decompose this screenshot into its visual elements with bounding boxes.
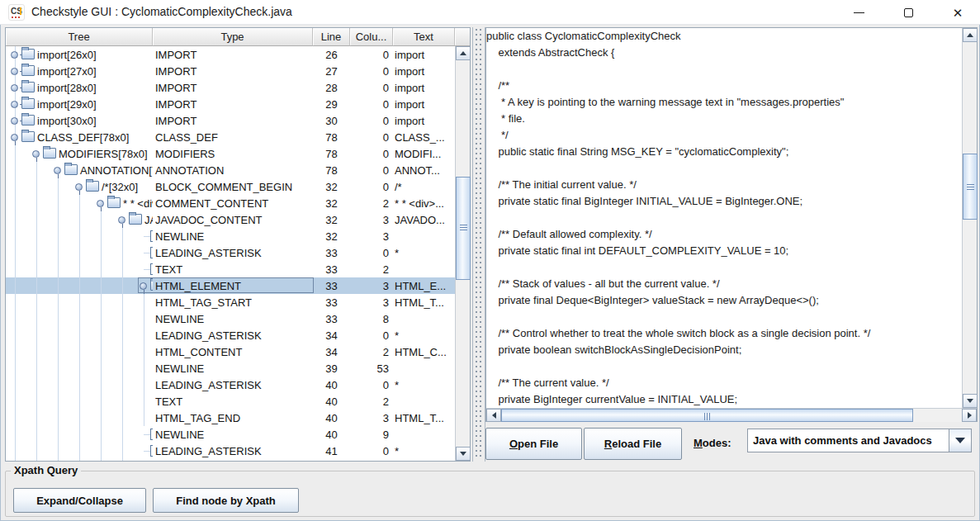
parse-mode-combobox[interactable]: Java with comments and Javadocs xyxy=(747,429,972,452)
code-viewer[interactable]: public class CyclomaticComplexityCheck e… xyxy=(486,28,962,408)
code-horizontal-scrollbar[interactable] xyxy=(486,408,977,422)
open-file-button[interactable]: Open File xyxy=(485,428,582,460)
text-cell: ANNOT... xyxy=(393,162,455,178)
tree-expand-handle[interactable] xyxy=(32,150,40,158)
table-row[interactable]: LEADING_ASTERISK400* xyxy=(6,377,455,393)
tree-guide-line xyxy=(58,343,59,360)
column-header-type[interactable]: Type xyxy=(153,28,313,46)
arrow-left-icon xyxy=(492,412,496,419)
table-row[interactable]: HTML_TAG_END403HTML_T... xyxy=(6,410,455,426)
split-pane-divider[interactable] xyxy=(472,27,485,462)
tree-expand-handle[interactable] xyxy=(11,84,18,92)
code-line xyxy=(486,259,962,276)
table-row[interactable]: LEADING_ASTERISK330* xyxy=(6,244,455,261)
table-row[interactable]: ANNOTATION[78x0]ANNOTATION780ANNOT... xyxy=(6,162,455,178)
tree-cell xyxy=(6,294,153,310)
column-header-line[interactable]: Line xyxy=(313,28,350,46)
tree-expand-handle[interactable] xyxy=(11,134,18,141)
tree-cell xyxy=(6,377,153,393)
leaf-node-icon xyxy=(150,429,153,440)
code-vertical-scrollbar[interactable] xyxy=(962,28,977,408)
table-row[interactable]: import[30x0]IMPORT300import xyxy=(6,112,455,129)
tree-guide-line xyxy=(79,244,80,261)
code-line: /** The initial current value. */ xyxy=(486,177,962,193)
tree-expand-handle[interactable] xyxy=(97,200,104,207)
column-header-column[interactable]: Colu... xyxy=(350,28,393,46)
tree-expand-handle[interactable] xyxy=(11,68,18,75)
code-scrollbar-thumb[interactable] xyxy=(963,154,978,220)
minimize-button[interactable] xyxy=(840,0,878,25)
line-cell: 27 xyxy=(313,63,350,79)
table-row[interactable]: TEXT402 xyxy=(6,393,455,410)
table-row[interactable]: * * <div>...COMMENT_CONTENT322* * <div>.… xyxy=(6,195,455,211)
table-row[interactable]: MODIFIERS[78x0]MODIFIERS780MODIFI... xyxy=(6,145,455,162)
code-line: private static final int DEFAULT_COMPLEX… xyxy=(486,243,962,259)
tree-guide-line xyxy=(122,277,123,294)
tree-scroll-up-button[interactable] xyxy=(456,46,471,60)
tree-expand-handle[interactable] xyxy=(75,183,83,191)
text-cell: import xyxy=(393,46,455,63)
find-node-by-xpath-button[interactable]: Find node by Xpath xyxy=(153,488,299,513)
table-row[interactable]: import[27x0]IMPORT270import xyxy=(6,63,455,79)
code-scroll-down-button[interactable] xyxy=(963,394,978,408)
tree-cell: MODIFIERS[78x0] xyxy=(6,145,153,162)
tree-guide-line xyxy=(122,244,123,261)
column-header-text[interactable]: Text xyxy=(393,28,455,46)
tree-guide-line xyxy=(79,459,80,461)
tree-vertical-scrollbar[interactable] xyxy=(455,46,470,461)
table-row[interactable]: import[28x0]IMPORT280import xyxy=(6,79,455,96)
table-row[interactable]: import[29x0]IMPORT290import xyxy=(6,96,455,112)
line-cell: 33 xyxy=(313,277,350,294)
table-row[interactable]: CLASS_DEF[78x0]CLASS_DEF780CLASS_... xyxy=(6,129,455,145)
tree-expand-handle[interactable] xyxy=(11,101,18,108)
tree-guide-line xyxy=(122,327,123,343)
tree-node-label: ANNOTATION[78x0] xyxy=(80,164,153,177)
reload-file-button[interactable]: Reload File xyxy=(584,428,682,460)
table-row[interactable]: /*[32x0]BLOCK_COMMENT_BEGIN320/* xyxy=(6,178,455,195)
tree-expand-handle[interactable] xyxy=(11,51,18,59)
close-button[interactable]: ✕ xyxy=(939,0,977,25)
tree-scrollbar-thumb[interactable] xyxy=(456,177,471,280)
tree-expand-handle[interactable] xyxy=(54,167,61,174)
expand-collapse-button[interactable]: Expand/Collapse xyxy=(13,488,146,513)
tree-guide-line xyxy=(58,211,59,228)
tree-scroll-down-button[interactable] xyxy=(456,447,471,461)
tree-guide-line xyxy=(58,244,59,261)
table-row[interactable]: NEWLINE323 xyxy=(6,228,455,244)
line-cell: 32 xyxy=(313,195,350,211)
maximize-button[interactable] xyxy=(889,0,927,25)
tree-guide-line xyxy=(36,360,37,377)
table-row[interactable]: TEXT332 xyxy=(6,261,455,277)
table-row[interactable]: NEWLINE409 xyxy=(6,426,455,443)
tree-guide-line xyxy=(58,360,59,377)
table-row[interactable]: HTML_ELEMENTHTML_ELEMENT333HTML_E... xyxy=(6,277,455,294)
code-scroll-left-button[interactable] xyxy=(486,409,501,422)
column-cell: 0 xyxy=(350,377,393,393)
code-line: extends AbstractCheck { xyxy=(486,45,962,61)
text-cell: MODIFI... xyxy=(393,145,455,162)
type-cell: MODIFIERS xyxy=(153,145,313,162)
code-scroll-up-button[interactable] xyxy=(963,28,978,42)
table-row[interactable]: NEWLINE3953 xyxy=(6,360,455,377)
table-row[interactable]: import[26x0]IMPORT260import xyxy=(6,46,455,63)
table-row[interactable]: JAVADOC_CONTENTJAVADOC_CONTENT323JAVADO.… xyxy=(6,211,455,228)
column-cell: 2 xyxy=(350,343,393,360)
combobox-dropdown-button[interactable] xyxy=(949,429,971,452)
tree-expand-handle[interactable] xyxy=(11,117,18,125)
table-row[interactable]: LEADING_ASTERISK340* xyxy=(6,327,455,343)
table-row[interactable]: HTML_CONTENT342HTML_C... xyxy=(6,343,455,360)
tree-expand-handle[interactable] xyxy=(140,282,147,290)
table-row[interactable]: NEWLINE338 xyxy=(6,310,455,327)
arrow-down-icon xyxy=(460,452,466,456)
text-cell: HTML_C... xyxy=(393,343,455,360)
table-row[interactable] xyxy=(6,459,455,461)
tree-guide-line xyxy=(36,310,37,327)
table-row[interactable]: HTML_TAG_START333HTML_T... xyxy=(6,294,455,310)
tree-cell: import[29x0] xyxy=(6,96,153,112)
code-hscrollbar-thumb[interactable] xyxy=(501,409,913,422)
code-scroll-right-button[interactable] xyxy=(962,409,977,422)
tree-expand-handle[interactable] xyxy=(118,216,125,224)
column-header-tree[interactable]: Tree xyxy=(6,28,153,46)
line-cell: 32 xyxy=(313,228,350,244)
table-row[interactable]: LEADING_ASTERISK410* xyxy=(6,443,455,459)
